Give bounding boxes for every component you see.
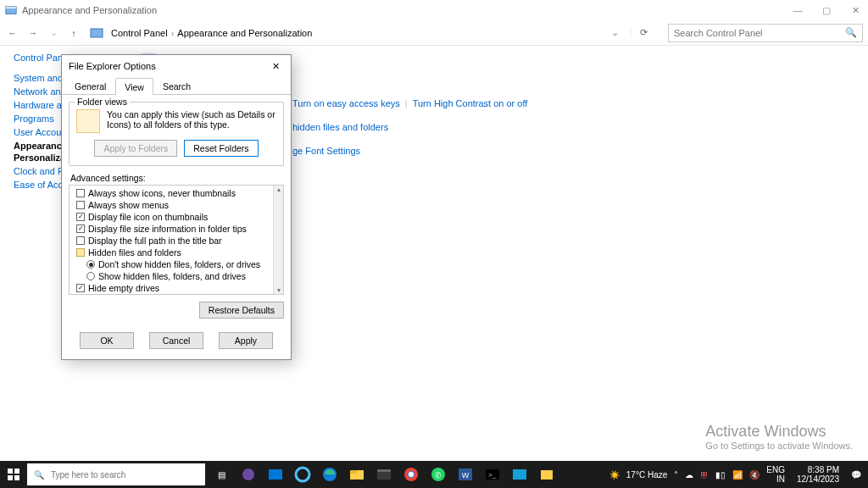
window-titlebar: Appearance and Personalization — ▢ ✕ <box>0 0 868 20</box>
radio-icon[interactable] <box>86 260 95 269</box>
forward-button[interactable]: → <box>25 28 41 38</box>
svg-rect-7 <box>8 475 13 480</box>
tree-item-label: Show hidden files, folders, and drives <box>98 271 246 281</box>
checkbox-icon[interactable]: ✓ <box>76 225 85 233</box>
taskbar-app-icon[interactable] <box>290 461 315 488</box>
tree-item-label: Don't show hidden files, folders, or dri… <box>98 259 260 269</box>
dialog-titlebar[interactable]: File Explorer Options ✕ <box>62 55 291 77</box>
tree-item[interactable]: Display the full path in the title bar <box>73 235 273 247</box>
back-button[interactable]: ← <box>5 28 20 38</box>
scroll-up-icon[interactable]: ▴ <box>274 186 283 193</box>
tree-item[interactable]: Always show icons, never thumbnails <box>73 187 273 199</box>
restore-defaults-button[interactable]: Restore Defaults <box>199 302 284 319</box>
clock[interactable]: 8:38 PM 12/14/2023 <box>797 465 844 484</box>
content-link[interactable]: ge Font Settings <box>292 146 360 156</box>
weather-text[interactable]: 17°C Haze <box>626 470 667 480</box>
wifi-icon[interactable]: 📶 <box>732 470 743 480</box>
chrome-icon[interactable] <box>398 461 424 488</box>
checkbox-icon[interactable]: ✓ <box>76 213 85 221</box>
tree-item[interactable]: ✓Hide empty drives <box>73 282 273 294</box>
advanced-settings-tree[interactable]: Always show icons, never thumbnailsAlway… <box>69 185 284 295</box>
svg-rect-16 <box>377 469 391 472</box>
svg-rect-14 <box>350 470 357 474</box>
security-icon[interactable]: ⛨ <box>700 470 709 480</box>
onedrive-icon[interactable]: ☁ <box>685 470 693 480</box>
battery-icon[interactable]: ▮▯ <box>715 470 726 480</box>
radio-icon[interactable] <box>86 272 95 280</box>
cancel-button[interactable]: Cancel <box>149 332 203 349</box>
weather-icon[interactable]: ☀️ <box>609 470 620 480</box>
folder-views-group: Folder views You can apply this view (su… <box>69 102 284 166</box>
tree-item[interactable]: Hidden files and folders <box>73 247 273 258</box>
content-link[interactable]: hidden files and folders <box>292 122 388 132</box>
svg-rect-27 <box>541 470 553 480</box>
svg-rect-10 <box>269 469 282 480</box>
tray-chevron-icon[interactable]: ˄ <box>674 470 678 480</box>
tree-item-label: Display file icon on thumbnails <box>88 212 208 222</box>
checkbox-icon[interactable] <box>76 189 85 197</box>
taskbar-search[interactable]: 🔍 Type here to search <box>27 463 205 485</box>
whatsapp-icon[interactable]: ✆ <box>426 461 451 488</box>
svg-rect-26 <box>513 469 526 480</box>
svg-text:>_: >_ <box>488 471 497 479</box>
notifications-icon[interactable]: 💬 <box>851 470 861 480</box>
svg-text:W: W <box>462 471 470 480</box>
tree-item[interactable]: Always show menus <box>73 199 273 211</box>
folder-icon <box>76 248 85 257</box>
taskbar-app-icon[interactable] <box>507 461 532 488</box>
folder-views-desc: You can apply this view (such as Details… <box>107 109 276 133</box>
edge-icon[interactable] <box>317 461 342 488</box>
taskbar-app-icon[interactable] <box>236 461 261 488</box>
checkbox-icon[interactable] <box>76 201 85 209</box>
language-indicator[interactable]: ENG IN <box>766 465 790 484</box>
tree-item[interactable]: ✓Display file icon on thumbnails <box>73 211 273 223</box>
tree-item[interactable]: Don't show hidden files, folders, or dri… <box>73 258 273 270</box>
taskbar-app-icon[interactable] <box>371 461 397 488</box>
content-link[interactable]: Turn on easy access keys <box>292 98 400 108</box>
close-window-button[interactable]: ✕ <box>848 5 863 16</box>
taskbar-app-icon[interactable] <box>534 461 559 488</box>
scrollbar[interactable]: ▴ ▾ <box>273 186 283 294</box>
task-view-icon[interactable]: ▤ <box>209 461 234 488</box>
up-button[interactable]: ↑ <box>66 28 81 38</box>
svg-rect-2 <box>91 29 103 37</box>
tree-item-label: Always show icons, never thumbnails <box>88 188 236 198</box>
tab-search[interactable]: Search <box>153 77 200 94</box>
tree-item[interactable]: Show hidden files, folders, and drives <box>73 270 273 282</box>
breadcrumb[interactable]: Control Panel › Appearance and Personali… <box>111 28 312 38</box>
path-dropdown[interactable]: ⌄ <box>604 27 626 38</box>
minimize-button[interactable]: — <box>790 5 805 16</box>
address-bar: ← → ⌄ ↑ Control Panel › Appearance and P… <box>0 20 868 46</box>
taskbar[interactable]: 🔍 Type here to search ▤ ✆ W >_ ☀️ 17°C H… <box>0 461 868 488</box>
close-icon[interactable]: ✕ <box>267 61 284 72</box>
taskbar-app-icon[interactable] <box>263 461 288 488</box>
scroll-down-icon[interactable]: ▾ <box>274 286 283 294</box>
apply-button[interactable]: Apply <box>219 332 273 349</box>
word-icon[interactable]: W <box>453 461 478 488</box>
maximize-button[interactable]: ▢ <box>819 5 834 16</box>
svg-point-11 <box>296 468 309 481</box>
tab-view[interactable]: View <box>115 78 153 95</box>
recent-dropdown[interactable]: ⌄ <box>46 27 61 38</box>
tree-item[interactable]: ✓Display file size information in folder… <box>73 223 273 235</box>
dialog-tabs: General View Search <box>62 77 291 95</box>
group-label: Folder views <box>75 97 130 107</box>
volume-icon[interactable]: 🔇 <box>749 470 760 480</box>
tree-item[interactable]: ✓Hide extensions for known file types <box>73 294 273 295</box>
ok-button[interactable]: OK <box>80 332 134 349</box>
checkbox-icon[interactable] <box>76 236 85 245</box>
reset-folders-button[interactable]: Reset Folders <box>184 140 258 157</box>
search-box[interactable]: 🔍 <box>668 24 863 42</box>
tab-general[interactable]: General <box>65 77 115 94</box>
tree-item-label: Hidden files and folders <box>88 247 181 258</box>
start-button[interactable] <box>0 461 27 488</box>
content-link[interactable]: Turn High Contrast on or off <box>413 98 528 108</box>
search-input[interactable] <box>674 28 857 38</box>
breadcrumb-part[interactable]: Control Panel <box>111 28 168 38</box>
refresh-button[interactable]: ⟳ <box>631 27 656 38</box>
search-icon: 🔍 <box>34 470 44 480</box>
terminal-icon[interactable]: >_ <box>480 461 505 488</box>
checkbox-icon[interactable]: ✓ <box>76 284 85 292</box>
breadcrumb-part[interactable]: Appearance and Personalization <box>177 28 312 38</box>
file-explorer-icon[interactable] <box>344 461 370 488</box>
